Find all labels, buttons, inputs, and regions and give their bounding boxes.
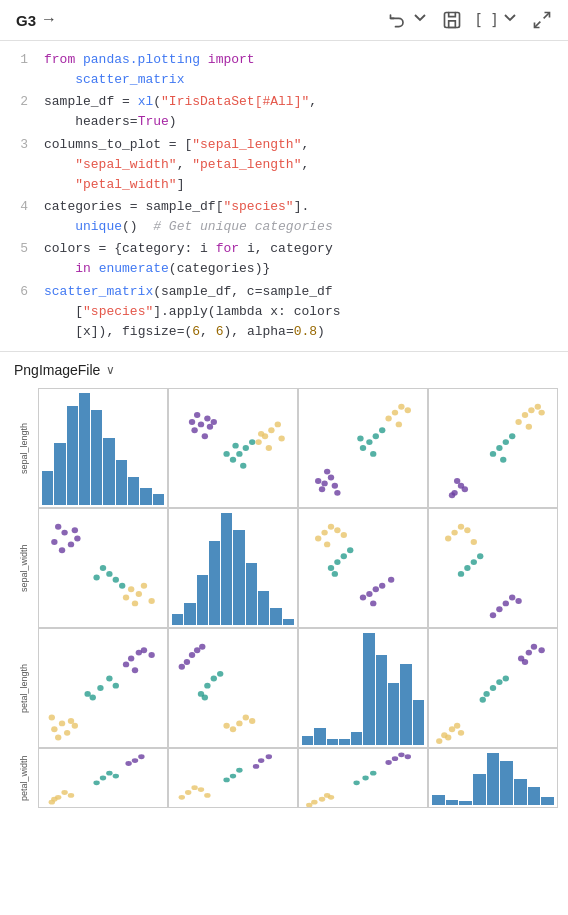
svg-point-167 bbox=[138, 754, 144, 759]
svg-point-45 bbox=[449, 492, 455, 498]
svg-point-3 bbox=[198, 421, 204, 427]
svg-point-120 bbox=[128, 656, 134, 662]
svg-point-164 bbox=[93, 780, 99, 785]
svg-point-150 bbox=[503, 676, 509, 682]
svg-point-113 bbox=[72, 723, 78, 729]
svg-point-39 bbox=[398, 404, 404, 410]
svg-point-171 bbox=[179, 795, 185, 800]
svg-point-126 bbox=[236, 720, 242, 726]
svg-point-184 bbox=[306, 803, 312, 807]
svg-point-129 bbox=[249, 718, 255, 724]
code-text-6: scatter_matrix(sample_df, c=sample_df ["… bbox=[44, 282, 568, 342]
cell-3-3 bbox=[428, 748, 558, 808]
svg-point-122 bbox=[123, 661, 129, 667]
line-number-6: 6 bbox=[0, 282, 44, 302]
svg-point-147 bbox=[490, 685, 496, 691]
svg-point-186 bbox=[370, 771, 376, 776]
svg-point-89 bbox=[328, 524, 334, 530]
svg-point-115 bbox=[97, 685, 103, 691]
svg-point-174 bbox=[230, 774, 236, 779]
cell-1-2 bbox=[298, 508, 428, 628]
y-label-sepal-length: sepal_length bbox=[10, 388, 38, 508]
svg-point-26 bbox=[328, 475, 334, 481]
svg-point-27 bbox=[319, 486, 325, 492]
svg-point-70 bbox=[93, 574, 99, 580]
svg-point-35 bbox=[379, 427, 385, 433]
svg-point-76 bbox=[148, 598, 154, 604]
code-cell: 1 from pandas.plotting import scatter_ma… bbox=[0, 41, 568, 352]
code-text-1: from pandas.plotting import scatter_matr… bbox=[44, 50, 568, 90]
cell-3-2 bbox=[298, 748, 428, 808]
svg-point-138 bbox=[184, 659, 190, 665]
svg-point-101 bbox=[458, 571, 464, 577]
svg-point-10 bbox=[189, 419, 195, 425]
svg-point-8 bbox=[194, 412, 200, 418]
svg-point-172 bbox=[198, 787, 204, 792]
svg-point-118 bbox=[113, 683, 119, 689]
cell-type-button[interactable]: [ ] bbox=[474, 10, 520, 30]
svg-point-4 bbox=[204, 416, 210, 422]
code-line-2: 2 sample_df = xl("IrisDataSet[#All]", he… bbox=[0, 91, 568, 133]
svg-point-146 bbox=[436, 738, 442, 744]
svg-point-134 bbox=[217, 671, 223, 677]
svg-point-55 bbox=[515, 419, 521, 425]
cell-2-3 bbox=[428, 628, 558, 748]
output-section-header[interactable]: PngImageFile ∨ bbox=[0, 352, 568, 388]
scatter-matrix-plot: sepal_length sepal_width petal_length pe… bbox=[0, 388, 568, 878]
svg-point-102 bbox=[477, 553, 483, 559]
svg-point-182 bbox=[311, 800, 317, 805]
code-line-3: 3 columns_to_plot = ["sepal_length", "se… bbox=[0, 134, 568, 196]
svg-point-191 bbox=[405, 754, 411, 759]
line-number-4: 4 bbox=[0, 197, 44, 217]
svg-point-59 bbox=[61, 530, 67, 536]
expand-button[interactable] bbox=[532, 10, 552, 30]
svg-point-14 bbox=[249, 439, 255, 445]
navigate-arrow-icon[interactable]: → bbox=[44, 11, 54, 29]
undo-button[interactable] bbox=[388, 10, 430, 30]
svg-point-17 bbox=[223, 451, 229, 457]
svg-point-187 bbox=[353, 780, 359, 785]
svg-point-188 bbox=[392, 756, 398, 761]
svg-point-84 bbox=[341, 553, 347, 559]
svg-point-79 bbox=[360, 595, 366, 601]
svg-point-47 bbox=[454, 478, 460, 484]
svg-point-6 bbox=[211, 419, 217, 425]
svg-point-151 bbox=[480, 697, 486, 703]
svg-point-160 bbox=[68, 793, 74, 798]
code-line-4: 4 categories = sample_df["species"]. uni… bbox=[0, 196, 568, 238]
svg-point-65 bbox=[51, 539, 57, 545]
output-collapse-chevron[interactable]: ∨ bbox=[106, 363, 115, 377]
cell-0-3 bbox=[428, 388, 558, 508]
line-number-2: 2 bbox=[0, 92, 44, 112]
svg-point-169 bbox=[185, 790, 191, 795]
svg-point-116 bbox=[106, 676, 112, 682]
output-label: PngImageFile bbox=[14, 362, 100, 378]
svg-point-21 bbox=[275, 421, 281, 427]
svg-point-119 bbox=[84, 691, 90, 697]
svg-point-72 bbox=[136, 591, 142, 597]
svg-point-105 bbox=[445, 536, 451, 542]
cell-3-0 bbox=[38, 748, 168, 808]
svg-point-155 bbox=[538, 647, 544, 653]
save-button[interactable] bbox=[442, 10, 462, 30]
svg-point-12 bbox=[243, 445, 249, 451]
code-text-3: columns_to_plot = ["sepal_length", "sepa… bbox=[44, 135, 568, 195]
svg-point-31 bbox=[334, 490, 340, 496]
svg-point-175 bbox=[236, 768, 242, 773]
cell-1-1 bbox=[168, 508, 298, 628]
svg-point-106 bbox=[464, 527, 470, 533]
svg-point-94 bbox=[503, 600, 509, 606]
svg-point-83 bbox=[334, 559, 340, 565]
svg-point-87 bbox=[332, 571, 338, 577]
svg-point-53 bbox=[522, 412, 528, 418]
header-actions: [ ] bbox=[388, 10, 552, 30]
svg-point-30 bbox=[315, 478, 321, 484]
cell-1-0 bbox=[38, 508, 168, 628]
svg-point-104 bbox=[458, 524, 464, 530]
svg-point-63 bbox=[59, 547, 65, 553]
svg-point-183 bbox=[328, 795, 334, 800]
svg-point-149 bbox=[483, 691, 489, 697]
svg-point-176 bbox=[223, 777, 229, 782]
svg-point-52 bbox=[500, 457, 506, 463]
line-number-3: 3 bbox=[0, 135, 44, 155]
